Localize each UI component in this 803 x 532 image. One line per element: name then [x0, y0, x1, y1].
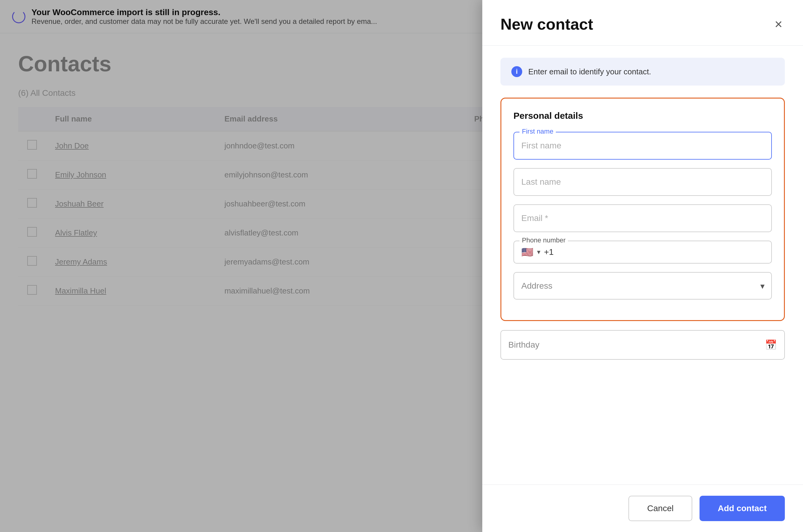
birthday-input-wrap[interactable]: Birthday 📅 — [500, 330, 785, 360]
email-field — [513, 204, 772, 232]
first-name-input[interactable] — [513, 132, 772, 159]
phone-country-chevron-icon: ▾ — [537, 248, 541, 256]
first-name-field: First name — [513, 132, 772, 159]
phone-code: +1 — [544, 247, 554, 257]
close-button[interactable]: × — [772, 15, 785, 33]
modal-body: i Enter email to identify your contact. … — [482, 46, 803, 484]
last-name-field — [513, 168, 772, 196]
address-select[interactable]: Address — [513, 272, 772, 300]
last-name-input[interactable] — [513, 168, 772, 196]
info-icon: i — [511, 66, 522, 77]
modal-header: New contact × — [482, 0, 803, 46]
modal-footer: Cancel Add contact — [482, 484, 803, 532]
personal-details-title: Personal details — [513, 111, 772, 121]
flag-us-icon: 🇺🇸 — [521, 247, 533, 257]
calendar-icon: 📅 — [765, 339, 777, 350]
address-field: Address ▾ — [513, 272, 772, 300]
add-contact-button[interactable]: Add contact — [699, 496, 785, 521]
info-message: Enter email to identify your contact. — [528, 67, 651, 76]
new-contact-modal: New contact × i Enter email to identify … — [482, 0, 803, 532]
info-banner: i Enter email to identify your contact. — [500, 58, 785, 86]
phone-field: Phone number 🇺🇸 ▾ +1 — [513, 241, 772, 264]
cancel-button[interactable]: Cancel — [628, 496, 692, 521]
personal-details-card: Personal details First name Phone number… — [500, 98, 785, 321]
modal-title: New contact — [500, 15, 593, 33]
birthday-field: Birthday 📅 — [500, 330, 785, 360]
first-name-label: First name — [519, 128, 556, 135]
birthday-label: Birthday — [508, 340, 540, 350]
email-input[interactable] — [513, 204, 772, 232]
phone-label: Phone number — [519, 236, 568, 244]
